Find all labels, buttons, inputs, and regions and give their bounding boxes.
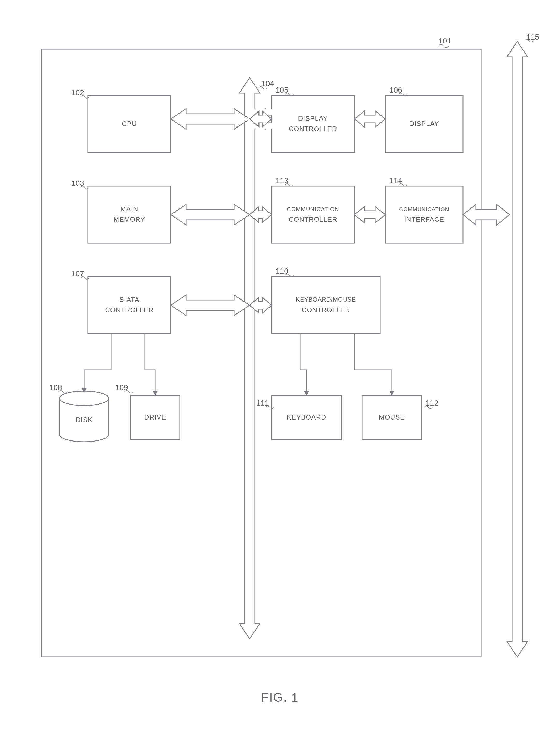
- block-sata: [88, 277, 171, 334]
- ref-110: 110: [275, 267, 288, 275]
- block-comm-if: [385, 186, 463, 243]
- label-disk: DISK: [76, 416, 93, 424]
- block-disp-ctrl: [272, 96, 354, 153]
- label-main-memory-2: MEMORY: [113, 215, 146, 223]
- ref-102: 102: [71, 88, 84, 97]
- ref-105: 105: [275, 86, 288, 94]
- ref-108: 108: [49, 383, 62, 392]
- bus-115: [507, 41, 528, 657]
- label-comm-if-2: INTERFACE: [404, 215, 444, 223]
- ref-112: 112: [426, 398, 439, 407]
- label-sata-1: S-ATA: [119, 296, 139, 303]
- ref-115: 115: [526, 32, 539, 41]
- block-main-memory: [88, 186, 171, 243]
- ref-103: 103: [71, 179, 84, 187]
- block-kbm-ctrl: [272, 277, 380, 334]
- label-disp-ctrl-2: CONTROLLER: [289, 125, 337, 133]
- label-kbm-1: KEYBOARD/MOUSE: [296, 296, 356, 303]
- svg-point-4: [60, 391, 109, 405]
- ref-111: 111: [256, 398, 269, 407]
- ref-113: 113: [275, 176, 288, 185]
- label-comm-ctrl-1: COMMUNICATION: [287, 206, 339, 212]
- block-comm-ctrl: [272, 186, 354, 243]
- ref-109: 109: [115, 383, 128, 392]
- label-keyboard: KEYBOARD: [287, 413, 326, 421]
- label-drive: DRIVE: [144, 413, 166, 421]
- label-kbm-2: CONTROLLER: [302, 306, 350, 314]
- label-comm-if-1: COMMUNICATION: [399, 206, 449, 212]
- ref-104: 104: [261, 79, 274, 88]
- label-sata-2: CONTROLLER: [105, 306, 154, 314]
- label-comm-ctrl-2: CONTROLLER: [289, 215, 337, 223]
- diagram-canvas: 101 104 CPU 102 MAIN MEMORY 103 S-ATA CO…: [0, 0, 560, 740]
- label-disp-ctrl-1: DISPLAY: [298, 115, 328, 122]
- label-mouse: MOUSE: [379, 413, 405, 421]
- ref-101: 101: [439, 36, 451, 45]
- ref-106: 106: [389, 86, 402, 94]
- figure-label: FIG. 1: [261, 690, 298, 704]
- label-display: DISPLAY: [409, 120, 439, 127]
- ref-107: 107: [71, 269, 84, 278]
- svg-marker-8: [507, 41, 528, 657]
- label-cpu: CPU: [122, 120, 137, 127]
- ref-114: 114: [389, 176, 402, 185]
- label-main-memory-1: MAIN: [120, 205, 138, 213]
